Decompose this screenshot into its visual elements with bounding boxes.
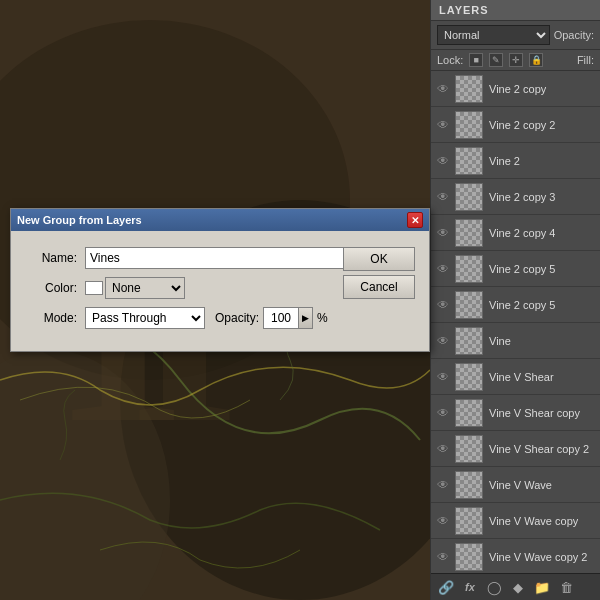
layer-item[interactable]: 👁 Vine 2 copy 4 [431, 215, 600, 251]
fx-icon[interactable]: fx [461, 578, 479, 596]
lock-move-icon[interactable]: ✛ [509, 53, 523, 67]
layer-item[interactable]: 👁 Vine 2 copy 2 [431, 107, 600, 143]
new-group-dialog: New Group from Layers ✕ OK Cancel Name: … [10, 208, 430, 352]
locks-row: Lock: ■ ✎ ✛ 🔒 Fill: [431, 50, 600, 71]
dialog-action-buttons: OK Cancel [343, 247, 415, 299]
mode-opacity-row: Mode: Pass Through Normal Dissolve Multi… [25, 307, 415, 329]
layer-visibility-toggle[interactable]: 👁 [435, 261, 451, 277]
layer-thumbnail [455, 471, 483, 499]
layer-item[interactable]: 👁 Vine 2 copy 3 [431, 179, 600, 215]
layer-item[interactable]: 👁 Vine 2 copy [431, 71, 600, 107]
adjustment-icon[interactable]: ◆ [509, 578, 527, 596]
cancel-button[interactable]: Cancel [343, 275, 415, 299]
layer-name: Vine V Shear [489, 371, 554, 383]
link-layers-icon[interactable]: 🔗 [437, 578, 455, 596]
layer-name: Vine 2 copy [489, 83, 546, 95]
layer-item[interactable]: 👁 Vine V Shear copy [431, 395, 600, 431]
layer-item[interactable]: 👁 Vine V Wave copy [431, 503, 600, 539]
lock-pixels-icon[interactable]: ■ [469, 53, 483, 67]
layer-item[interactable]: 👁 Vine 2 [431, 143, 600, 179]
layer-visibility-toggle[interactable]: 👁 [435, 117, 451, 133]
dialog-titlebar: New Group from Layers ✕ [11, 209, 429, 231]
layers-title: LAYERS [439, 4, 489, 16]
layer-item[interactable]: 👁 Vine 2 copy 5 [431, 287, 600, 323]
layer-name: Vine 2 [489, 155, 520, 167]
layer-thumbnail [455, 111, 483, 139]
dialog-title: New Group from Layers [17, 214, 142, 226]
lock-all-icon[interactable]: 🔒 [529, 53, 543, 67]
layer-item[interactable]: 👁 Vine V Shear [431, 359, 600, 395]
layer-item[interactable]: 👁 Vine V Wave copy 2 [431, 539, 600, 573]
layer-thumbnail [455, 327, 483, 355]
layer-visibility-toggle[interactable]: 👁 [435, 333, 451, 349]
layer-item[interactable]: 👁 Vine 2 copy 5 [431, 251, 600, 287]
opacity-label: Opacity: [215, 311, 259, 325]
layer-visibility-toggle[interactable]: 👁 [435, 477, 451, 493]
opacity-panel-label: Opacity: [554, 29, 594, 41]
lock-label: Lock: [437, 54, 463, 66]
opacity-arrow[interactable]: ▶ [299, 307, 313, 329]
blend-mode-select[interactable]: Normal Dissolve Multiply Screen [437, 25, 550, 45]
layers-panel-header: LAYERS [431, 0, 600, 21]
layers-list: 👁 Vine 2 copy 👁 Vine 2 copy 2 👁 Vine 2 👁… [431, 71, 600, 573]
layer-thumbnail [455, 219, 483, 247]
name-label: Name: [25, 251, 77, 265]
layer-name: Vine V Shear copy 2 [489, 443, 589, 455]
layer-thumbnail [455, 399, 483, 427]
layer-name: Vine V Wave [489, 479, 552, 491]
layer-item[interactable]: 👁 Vine V Wave [431, 467, 600, 503]
new-folder-icon[interactable]: 📁 [533, 578, 551, 596]
layer-name: Vine [489, 335, 511, 347]
layers-panel: LAYERS Normal Dissolve Multiply Screen O… [430, 0, 600, 600]
layer-thumbnail [455, 255, 483, 283]
fill-label: Fill: [577, 54, 594, 66]
close-button[interactable]: ✕ [407, 212, 423, 228]
layer-visibility-toggle[interactable]: 👁 [435, 225, 451, 241]
layer-visibility-toggle[interactable]: 👁 [435, 189, 451, 205]
layer-item[interactable]: 👁 Vine V Shear copy 2 [431, 431, 600, 467]
ok-button[interactable]: OK [343, 247, 415, 271]
add-mask-icon[interactable]: ◯ [485, 578, 503, 596]
layer-thumbnail [455, 291, 483, 319]
layer-item[interactable]: 👁 Vine [431, 323, 600, 359]
layer-thumbnail [455, 543, 483, 571]
layers-controls: Normal Dissolve Multiply Screen Opacity: [431, 21, 600, 50]
layer-thumbnail [455, 507, 483, 535]
layer-name: Vine 2 copy 4 [489, 227, 555, 239]
layer-thumbnail [455, 75, 483, 103]
opacity-input[interactable] [263, 307, 299, 329]
layer-name: Vine 2 copy 5 [489, 299, 555, 311]
layer-name: Vine 2 copy 2 [489, 119, 555, 131]
layer-thumbnail [455, 363, 483, 391]
color-select[interactable]: None Red Orange Yellow Green Blue Violet… [105, 277, 185, 299]
mode-select[interactable]: Pass Through Normal Dissolve Multiply Sc… [85, 307, 205, 329]
layer-visibility-toggle[interactable]: 👁 [435, 369, 451, 385]
layer-visibility-toggle[interactable]: 👁 [435, 81, 451, 97]
layer-name: Vine 2 copy 5 [489, 263, 555, 275]
layer-visibility-toggle[interactable]: 👁 [435, 513, 451, 529]
layer-thumbnail [455, 435, 483, 463]
color-swatch [85, 281, 103, 295]
opacity-percent: % [317, 311, 328, 325]
dialog-body: OK Cancel Name: Color: None Red Orange Y… [11, 231, 429, 351]
layer-visibility-toggle[interactable]: 👁 [435, 549, 451, 565]
delete-icon[interactable]: 🗑 [557, 578, 575, 596]
layer-thumbnail [455, 147, 483, 175]
layer-visibility-toggle[interactable]: 👁 [435, 441, 451, 457]
lock-position-icon[interactable]: ✎ [489, 53, 503, 67]
layer-visibility-toggle[interactable]: 👁 [435, 297, 451, 313]
color-label: Color: [25, 281, 77, 295]
layer-visibility-toggle[interactable]: 👁 [435, 153, 451, 169]
layer-name: Vine 2 copy 3 [489, 191, 555, 203]
layer-name: Vine V Shear copy [489, 407, 580, 419]
layer-visibility-toggle[interactable]: 👁 [435, 405, 451, 421]
layer-thumbnail [455, 183, 483, 211]
layer-name: Vine V Wave copy 2 [489, 551, 587, 563]
mode-label: Mode: [25, 311, 77, 325]
layers-footer: 🔗 fx ◯ ◆ 📁 🗑 [431, 573, 600, 600]
layer-name: Vine V Wave copy [489, 515, 578, 527]
